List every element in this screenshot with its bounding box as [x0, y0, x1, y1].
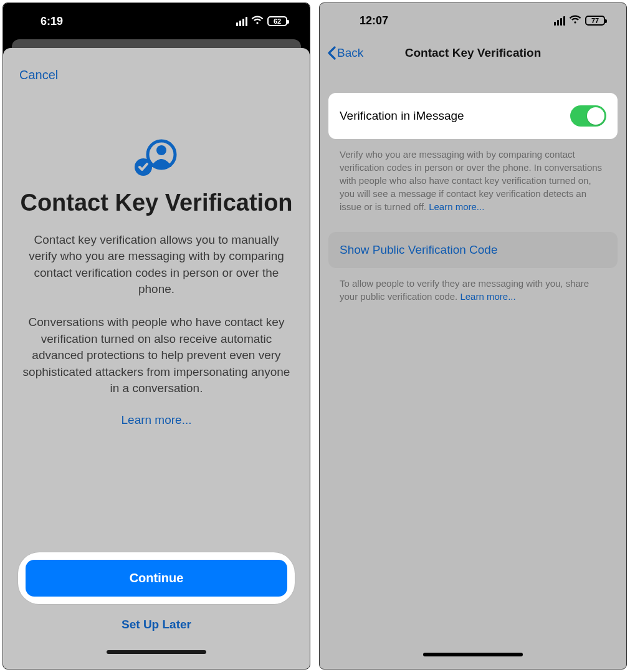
- intro-paragraph-1: Contact key verification allows you to m…: [17, 232, 296, 298]
- toggle-footer-learn-more[interactable]: Learn more...: [429, 201, 484, 212]
- home-indicator[interactable]: [107, 650, 206, 654]
- cellular-icon: [554, 16, 565, 26]
- battery-icon: 77: [585, 16, 605, 26]
- show-public-code-button[interactable]: Show Public Verification Code: [340, 243, 497, 257]
- nav-title: Contact Key Verification: [320, 46, 626, 60]
- status-bar: 12:07 77: [320, 3, 626, 38]
- verification-toggle-cell: Verification in iMessage: [328, 93, 618, 139]
- toggle-knob: [587, 107, 604, 125]
- modal-sheet: Cancel Contact Key Verification Contact …: [3, 48, 310, 669]
- background-window-peek: [12, 39, 301, 48]
- sheet-backdrop: Cancel Contact Key Verification Contact …: [3, 39, 310, 669]
- toggle-label: Verification in iMessage: [340, 109, 464, 123]
- verification-toggle[interactable]: [570, 105, 606, 127]
- show-code-footer: To allow people to verify they are messa…: [328, 268, 618, 322]
- chevron-left-icon: [327, 46, 336, 60]
- intro-paragraph-2: Conversations with people who have conta…: [17, 314, 296, 397]
- wifi-icon: [569, 14, 581, 27]
- wifi-icon: [251, 15, 264, 28]
- settings-screen: 12:07 77 Back Contact Key Verification V…: [319, 2, 627, 670]
- status-time: 12:07: [360, 14, 388, 27]
- status-indicators: 77: [554, 14, 605, 27]
- status-indicators: 62: [236, 15, 287, 28]
- set-up-later-button[interactable]: Set Up Later: [17, 615, 296, 650]
- learn-more-link[interactable]: Learn more...: [17, 413, 296, 427]
- svg-point-1: [156, 145, 166, 155]
- nav-bar: Back Contact Key Verification: [320, 38, 626, 68]
- back-label: Back: [337, 46, 363, 60]
- show-code-footer-learn-more[interactable]: Learn more...: [460, 291, 515, 302]
- continue-button[interactable]: Continue: [26, 560, 287, 597]
- page-title: Contact Key Verification: [17, 190, 296, 217]
- cancel-button[interactable]: Cancel: [17, 68, 296, 82]
- toggle-footer: Verify who you are messaging with by com…: [328, 139, 618, 232]
- back-button[interactable]: Back: [327, 46, 363, 60]
- status-bar: 6:19 62: [3, 3, 310, 39]
- contact-verify-hero-icon: [133, 138, 180, 178]
- bottom-actions: Continue Set Up Later: [17, 552, 296, 669]
- home-indicator[interactable]: [423, 653, 523, 656]
- cellular-icon: [236, 17, 247, 26]
- status-time: 6:19: [41, 15, 63, 28]
- battery-icon: 62: [267, 16, 287, 26]
- settings-body: Verification in iMessage Verify who you …: [320, 68, 626, 322]
- continue-highlight: Continue: [18, 552, 295, 604]
- intro-sheet-screen: 6:19 62 Cancel Contact Key Verificat: [2, 2, 310, 670]
- show-code-cell[interactable]: Show Public Verification Code: [328, 232, 618, 268]
